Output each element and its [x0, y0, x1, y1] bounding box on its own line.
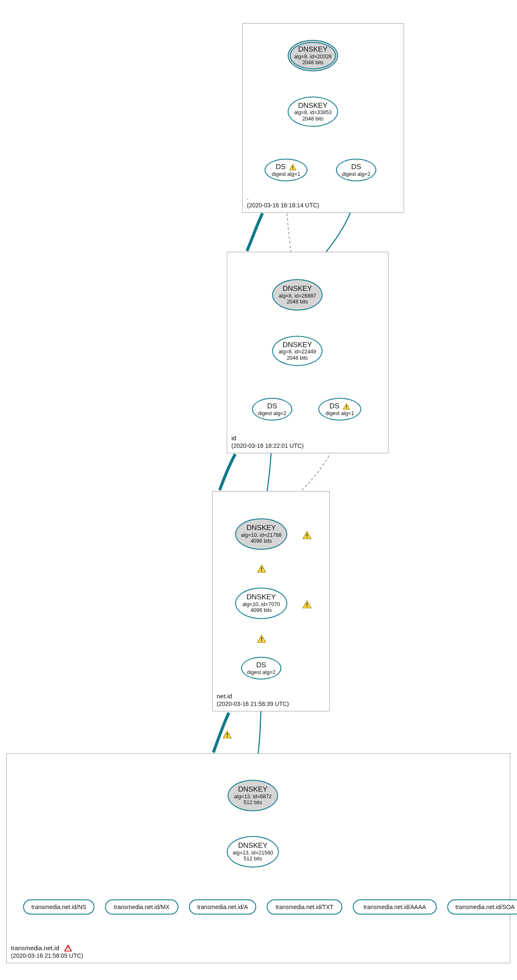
node-meta1: digest alg=2	[247, 669, 276, 675]
node-title: DNSKEY	[283, 341, 312, 349]
node-meta1: alg=10, id=21768	[241, 532, 282, 538]
svg-rect-14	[68, 947, 68, 949]
svg-rect-2	[346, 405, 347, 407]
node-title: DNSKEY	[238, 841, 268, 850]
node-meta2: 2048 bits	[302, 116, 324, 122]
node-id-ds1: DS digest alg=1	[318, 398, 361, 421]
node-title: DNSKEY	[283, 285, 312, 293]
node-meta1: alg=13, id=21560	[233, 850, 273, 856]
node-meta2: 512 bits	[244, 800, 262, 805]
node-id-ksk: DNSKEY alg=8, id=26887 2048 bits	[272, 279, 323, 311]
record-soa: transmedia.net.id/SOA	[447, 899, 517, 915]
node-netid-ds: DS digest alg=2	[241, 657, 281, 679]
zone-transmedia-label: transmedia.net.id (2020-03-16 21:58:05 U…	[11, 944, 83, 959]
zone-root-label: . (2020-03-16 16:18:14 UTC)	[247, 194, 319, 209]
node-title: DS	[267, 402, 277, 410]
record-a: transmedia.net.id/A	[189, 899, 256, 915]
svg-rect-15	[68, 949, 68, 950]
node-netid-zsk: DNSKEY alg=10, id=7070 4096 bits	[235, 588, 287, 619]
record-label: transmedia.net.id/AAAA	[364, 904, 426, 910]
node-root-ksk: DNSKEY alg=8, id=20326 2048 bits	[288, 40, 338, 71]
zone-timestamp: (2020-03-16 16:18:14 UTC)	[247, 202, 319, 209]
svg-rect-12	[227, 733, 228, 736]
node-meta2: 512 bits	[244, 856, 262, 862]
node-title: DNSKEY	[247, 524, 276, 532]
warning-icon	[289, 164, 297, 170]
record-label: transmedia.net.id/MX	[114, 904, 169, 910]
zone-name: id	[231, 434, 304, 442]
node-meta1: digest alg=2	[258, 410, 286, 416]
svg-rect-13	[227, 736, 228, 737]
node-title: DS	[351, 163, 361, 171]
node-meta1: digest alg=2	[342, 171, 370, 177]
node-meta1: digest alg=1	[325, 410, 354, 416]
node-title: DS	[329, 402, 339, 410]
node-title: DNSKEY	[238, 785, 268, 794]
node-meta2: 4096 bits	[251, 538, 272, 544]
record-label: transmedia.net.id/NS	[31, 904, 87, 910]
record-label: transmedia.net.id/TXT	[276, 904, 333, 910]
node-netid-ksk: DNSKEY alg=10, id=21768 4096 bits	[235, 518, 287, 550]
node-title: DS	[276, 163, 286, 171]
node-meta1: alg=8, id=20326	[294, 54, 332, 60]
zone-name: .	[247, 194, 319, 202]
zone-id-label: id (2020-03-16 18:22:01 UTC)	[231, 434, 304, 449]
node-title: DNSKEY	[298, 102, 328, 110]
svg-rect-3	[346, 408, 347, 408]
node-meta1: alg=8, id=22449	[278, 349, 316, 355]
node-meta1: digest alg=1	[272, 171, 300, 177]
zone-timestamp: (2020-03-16 18:22:01 UTC)	[231, 442, 304, 450]
node-title: DNSKEY	[247, 593, 276, 601]
node-meta2: 2048 bits	[302, 60, 324, 65]
dnssec-graph: . (2020-03-16 16:18:14 UTC) DNSKEY alg=8…	[0, 0, 517, 980]
node-meta2: 2048 bits	[287, 355, 308, 361]
record-label: transmedia.net.id/A	[197, 904, 248, 910]
record-ns: transmedia.net.id/NS	[23, 899, 94, 915]
node-trans-zsk: DNSKEY alg=13, id=21560 512 bits	[227, 836, 279, 868]
record-label: transmedia.net.id/SOA	[456, 904, 515, 910]
node-meta2: 4096 bits	[251, 607, 272, 613]
record-aaaa: transmedia.net.id/AAAA	[353, 899, 437, 915]
svg-rect-1	[292, 168, 293, 169]
zone-timestamp: (2020-03-16 21:56:39 UTC)	[217, 700, 289, 708]
node-meta1: alg=13, id=6872	[234, 794, 272, 800]
node-meta2: 2048 bits	[287, 299, 308, 305]
zone-name: transmedia.net.id	[11, 944, 59, 951]
node-id-ds2: DS digest alg=2	[252, 398, 292, 421]
node-id-zsk: DNSKEY alg=8, id=22449 2048 bits	[272, 336, 323, 366]
record-txt: transmedia.net.id/TXT	[267, 899, 342, 915]
node-meta1: alg=8, id=33853	[294, 110, 332, 115]
warning-icon	[343, 403, 350, 410]
zone-timestamp: (2020-03-16 21:58:05 UTC)	[11, 952, 83, 960]
node-root-zsk: DNSKEY alg=8, id=33853 2048 bits	[288, 97, 338, 127]
node-meta1: alg=10, id=7070	[242, 601, 280, 607]
zone-netid-label: net.id (2020-03-16 21:56:39 UTC)	[217, 693, 289, 708]
svg-rect-0	[292, 166, 293, 167]
node-title: DS	[256, 661, 266, 669]
node-root-ds1: DS digest alg=1	[265, 159, 307, 181]
record-mx: transmedia.net.id/MX	[105, 899, 178, 915]
node-title: DNSKEY	[298, 45, 328, 54]
warning-icon	[223, 730, 232, 739]
error-icon	[64, 945, 72, 951]
node-meta1: alg=8, id=26887	[278, 293, 316, 299]
zone-name: net.id	[217, 693, 289, 700]
node-root-ds2: DS digest alg=2	[336, 159, 376, 181]
node-trans-ksk: DNSKEY alg=13, id=6872 512 bits	[228, 780, 278, 811]
